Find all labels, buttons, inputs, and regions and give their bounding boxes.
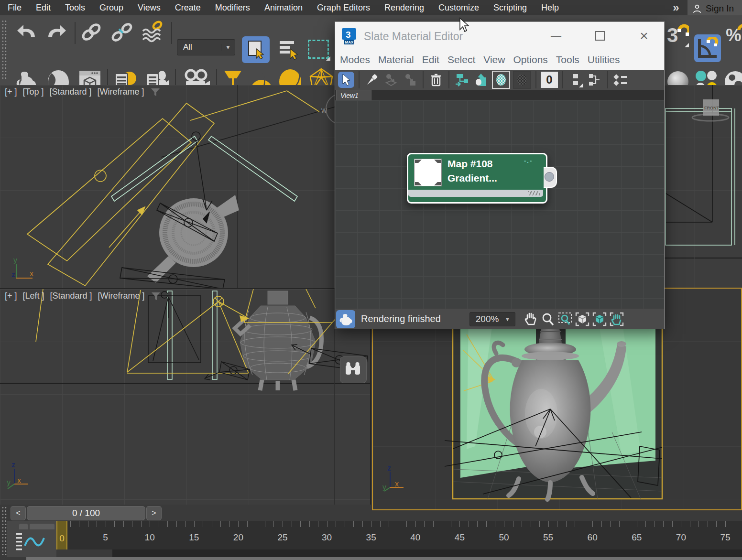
zoom-level-dropdown[interactable]: 200% ▼ bbox=[469, 312, 515, 326]
pick-material-from-object-icon[interactable] bbox=[364, 72, 380, 88]
me-menu-tools[interactable]: Tools bbox=[556, 54, 579, 65]
open-mini-curve-editor-icon[interactable] bbox=[15, 531, 49, 553]
per-view-filter-icon[interactable] bbox=[150, 87, 161, 97]
select-by-name-icon[interactable] bbox=[274, 36, 302, 63]
timeline-mini-tab[interactable] bbox=[30, 524, 55, 529]
maximize-button[interactable] bbox=[592, 28, 608, 44]
select-tool-button[interactable] bbox=[338, 72, 354, 88]
timeline-tick bbox=[345, 521, 345, 527]
bind-to-space-warp-icon[interactable] bbox=[140, 19, 166, 46]
next-frame-button[interactable]: > bbox=[146, 506, 162, 520]
node-view[interactable]: Map #108 Gradient... -.- bbox=[335, 100, 664, 309]
show-background-icon[interactable] bbox=[513, 71, 531, 89]
zoom-extents-icon[interactable] bbox=[574, 311, 591, 328]
timeline-tick bbox=[531, 521, 531, 527]
zoom-extents-selected-icon[interactable] bbox=[591, 311, 608, 328]
show-numbers-icon[interactable]: 0 bbox=[541, 72, 558, 88]
navigator-button[interactable] bbox=[340, 356, 367, 383]
node-footer[interactable] bbox=[408, 190, 543, 197]
toolbar-drag-handle[interactable] bbox=[1, 19, 7, 81]
menu-views[interactable]: Views bbox=[138, 3, 161, 13]
menu-file[interactable]: File bbox=[8, 3, 22, 13]
zoom-icon[interactable] bbox=[539, 311, 556, 328]
me-menu-select[interactable]: Select bbox=[447, 54, 475, 65]
menu-rendering[interactable]: Rendering bbox=[384, 3, 424, 13]
tab-view1[interactable]: View1 bbox=[336, 90, 371, 100]
per-view-filter-icon[interactable] bbox=[151, 291, 161, 301]
viewport-menu-shading2[interactable]: [Wireframe ] bbox=[98, 291, 145, 301]
menu-animation[interactable]: Animation bbox=[264, 3, 303, 13]
menu-help[interactable]: Help bbox=[541, 3, 559, 13]
layout-all-icon[interactable] bbox=[587, 72, 603, 88]
viewport-menu-shading[interactable]: [Standard ] bbox=[50, 291, 92, 301]
timeline-tick-label: 50 bbox=[499, 532, 509, 543]
menu-edit[interactable]: Edit bbox=[36, 3, 51, 13]
timeline-drag-handle[interactable] bbox=[1, 506, 7, 557]
angle-snap-toggle-button[interactable] bbox=[694, 34, 721, 62]
delete-selected-icon[interactable] bbox=[428, 72, 444, 88]
timeline-tick bbox=[486, 521, 487, 527]
timeline-ruler[interactable]: 051015202530354045505560657075 bbox=[56, 521, 742, 549]
minimize-button[interactable]: — bbox=[548, 28, 564, 44]
me-menu-utilities[interactable]: Utilities bbox=[588, 54, 620, 65]
node-resize-grip[interactable] bbox=[528, 191, 540, 195]
select-object-button[interactable] bbox=[242, 36, 270, 63]
viewcube-front[interactable]: FRONT bbox=[692, 99, 729, 121]
show-shaded-material-icon[interactable] bbox=[492, 71, 510, 89]
viewport-menu-shading2[interactable]: [Wireframe ] bbox=[98, 87, 144, 97]
close-button[interactable]: × bbox=[636, 28, 652, 44]
layout-children-icon[interactable] bbox=[567, 72, 584, 88]
viewport-menu-general[interactable]: [+ ] bbox=[5, 87, 17, 97]
menu-scripting[interactable]: Scripting bbox=[493, 3, 527, 13]
viewport-menu-general[interactable]: [+ ] bbox=[5, 291, 17, 301]
menu-create[interactable]: Create bbox=[175, 3, 201, 13]
put-material-to-scene-icon[interactable] bbox=[402, 72, 418, 88]
viewport-top[interactable]: w [+ ] [Top ] [Standard ] [Wireframe ] y… bbox=[0, 85, 371, 289]
timeline-mini-tab[interactable] bbox=[19, 524, 28, 529]
me-menu-view[interactable]: View bbox=[483, 54, 505, 65]
node-output-socket[interactable] bbox=[544, 167, 557, 188]
hide-unused-nodeslots-icon[interactable] bbox=[473, 72, 489, 88]
chevron-down-icon: ▼ bbox=[504, 316, 510, 323]
menu-tools[interactable]: Tools bbox=[65, 3, 85, 13]
timeline-tick bbox=[371, 521, 371, 527]
menu-graph-editors[interactable]: Graph Editors bbox=[317, 3, 370, 13]
undo-icon[interactable] bbox=[14, 20, 39, 45]
me-menu-modes[interactable]: Modes bbox=[340, 54, 370, 65]
select-and-link-icon[interactable] bbox=[78, 19, 104, 46]
material-node[interactable]: Map #108 Gradient... -.- bbox=[407, 153, 547, 204]
node-thumbnail[interactable] bbox=[414, 159, 442, 186]
sign-in-button[interactable]: Sign In bbox=[687, 0, 742, 17]
rectangular-selection-region-icon[interactable] bbox=[306, 37, 331, 61]
menu-modifiers[interactable]: Modifiers bbox=[215, 3, 250, 13]
percent-snap-toggle-icon[interactable]: % bbox=[726, 19, 742, 48]
render-preview-teapot-icon[interactable] bbox=[336, 310, 355, 328]
unlink-selection-icon[interactable] bbox=[109, 19, 135, 46]
timeline-tick-label: 75 bbox=[720, 532, 730, 543]
timeline-tick bbox=[176, 521, 177, 527]
viewport-left[interactable]: [+ ] [Left ] [Standard ] [Wireframe ] z … bbox=[0, 289, 371, 505]
viewport-menu-shading[interactable]: [Standard ] bbox=[50, 87, 92, 97]
material-editor-titlebar[interactable]: 3 MAX Slate Material Editor — × bbox=[335, 22, 664, 51]
timeline-tick-label: 15 bbox=[189, 532, 199, 543]
pan-hand-icon[interactable] bbox=[522, 311, 539, 328]
time-slider[interactable]: 0 bbox=[56, 521, 67, 549]
menu-group[interactable]: Group bbox=[99, 3, 123, 13]
viewport-menu-pov[interactable]: [Top ] bbox=[23, 87, 44, 97]
pan-to-selected-icon[interactable] bbox=[608, 311, 625, 328]
viewport-menu-pov[interactable]: [Left ] bbox=[23, 291, 44, 301]
toolbar-overflow-icon[interactable]: » bbox=[666, 0, 687, 15]
menu-customize[interactable]: Customize bbox=[438, 3, 479, 13]
redo-icon[interactable] bbox=[44, 20, 69, 45]
previous-frame-button[interactable]: < bbox=[11, 506, 26, 520]
material-id-channel-icon[interactable] bbox=[612, 72, 629, 88]
current-frame-field[interactable]: 0 / 100 bbox=[27, 506, 145, 520]
me-menu-options[interactable]: Options bbox=[513, 54, 547, 65]
snaps-toggle-3d-icon[interactable]: 3 bbox=[666, 19, 689, 48]
selection-filter-dropdown[interactable]: All ▼ bbox=[177, 39, 235, 55]
move-children-icon[interactable] bbox=[454, 72, 470, 88]
assign-material-to-selection-icon[interactable] bbox=[383, 72, 399, 88]
me-menu-edit[interactable]: Edit bbox=[422, 54, 439, 65]
me-menu-material[interactable]: Material bbox=[378, 54, 414, 65]
zoom-region-icon[interactable] bbox=[556, 311, 574, 328]
